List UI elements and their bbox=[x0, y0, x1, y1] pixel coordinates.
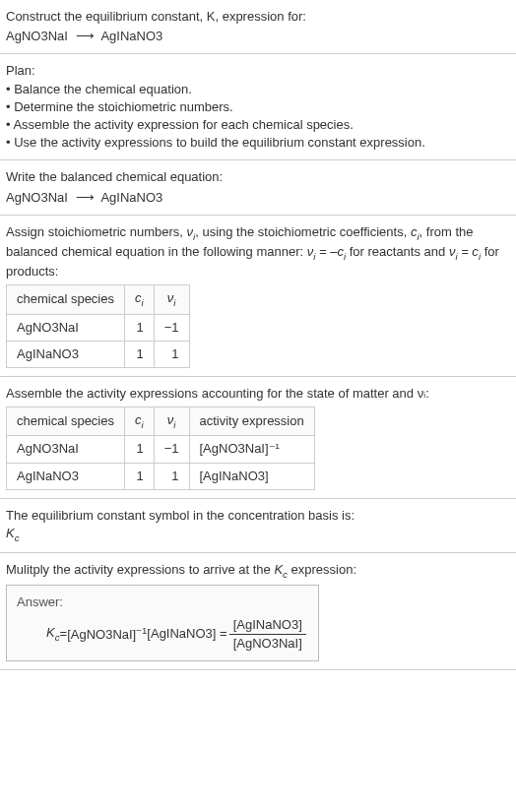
assemble-text-content: Assemble the activity expressions accoun… bbox=[6, 386, 429, 401]
multiply-text: Mulitply the activity expressions to arr… bbox=[6, 561, 510, 581]
balanced-lhs: AgNO3NaI bbox=[6, 190, 68, 205]
kc-inline: Kc bbox=[274, 562, 288, 577]
fraction: [AgINaNO3] [AgNO3NaI] bbox=[229, 616, 306, 653]
cell-nui: −1 bbox=[154, 314, 189, 341]
intro-equation: AgNO3NaI ⟶ AgINaNO3 bbox=[6, 28, 510, 45]
plan-item: • Determine the stoichiometric numbers. bbox=[6, 98, 510, 116]
table-header-row: chemical species ci νi activity expressi… bbox=[7, 407, 315, 436]
nu-symbol: νi bbox=[187, 224, 196, 239]
cell-species: AgINaNO3 bbox=[7, 341, 125, 367]
balanced-heading: Write the balanced chemical equation: bbox=[6, 168, 510, 186]
term2: [AgINaNO3] = bbox=[147, 625, 226, 643]
assign-section: Assign stoichiometric numbers, νi, using… bbox=[0, 216, 516, 377]
assign-text-b: , using the stoichiometric coefficients, bbox=[195, 224, 411, 239]
equals-sign: = bbox=[60, 625, 68, 643]
intro-text: Construct the equilibrium constant, K, e… bbox=[6, 8, 510, 26]
kc-k: K bbox=[6, 526, 15, 540]
cell-nui: −1 bbox=[154, 436, 189, 463]
assign-text-d: for reactants and bbox=[346, 244, 449, 259]
assign-text: Assign stoichiometric numbers, νi, using… bbox=[6, 223, 510, 281]
rel-reactants: νi = –ci bbox=[307, 244, 346, 259]
assign-table: chemical species ci νi AgNO3NaI 1 −1 AgI… bbox=[6, 284, 190, 368]
cell-ci: 1 bbox=[125, 314, 155, 341]
multiply-text-a: Mulitply the activity expressions to arr… bbox=[6, 562, 274, 577]
frac-num: [AgINaNO3] bbox=[229, 616, 306, 635]
kc-answer: Kc bbox=[46, 624, 60, 644]
cell-activity: [AgNO3NaI]⁻¹ bbox=[189, 436, 314, 463]
activity-value: [AgNO3NaI]⁻¹ bbox=[200, 441, 280, 456]
plan-item: • Balance the chemical equation. bbox=[6, 81, 510, 98]
cell-ci: 1 bbox=[125, 436, 155, 463]
kc-symbol: Kc bbox=[6, 525, 510, 544]
cell-activity: [AgINaNO3] bbox=[189, 463, 314, 489]
multiply-text-b: expression: bbox=[288, 562, 356, 577]
arrow-icon: ⟶ bbox=[76, 29, 95, 43]
col-nui: νi bbox=[154, 407, 189, 436]
table-row: AgNO3NaI 1 −1 bbox=[7, 314, 190, 341]
table-row: AgINaNO3 1 1 [AgINaNO3] bbox=[7, 463, 315, 489]
cell-ci: 1 bbox=[125, 463, 155, 489]
plan-heading: Plan: bbox=[6, 62, 510, 80]
cell-species: AgNO3NaI bbox=[7, 314, 125, 341]
answer-label: Answer: bbox=[17, 593, 308, 611]
col-species: chemical species bbox=[7, 285, 125, 314]
cell-nui: 1 bbox=[154, 341, 189, 367]
kc-k: K bbox=[274, 562, 283, 577]
c-symbol: ci bbox=[411, 224, 419, 239]
term1-exp: −1 bbox=[136, 625, 147, 636]
intro-rhs: AgINaNO3 bbox=[100, 29, 162, 43]
plan-section: Plan: • Balance the chemical equation. •… bbox=[0, 54, 516, 160]
kc-k: K bbox=[46, 625, 55, 640]
plan-item: • Use the activity expressions to build … bbox=[6, 134, 510, 152]
kc-sub: c bbox=[15, 532, 20, 543]
intro-lhs: AgNO3NaI bbox=[6, 29, 68, 43]
table-row: AgNO3NaI 1 −1 [AgNO3NaI]⁻¹ bbox=[7, 436, 315, 463]
answer-box: Answer: Kc = [AgNO3NaI]−1 [AgINaNO3] = [… bbox=[6, 585, 319, 661]
col-ci: ci bbox=[125, 407, 155, 436]
symbol-text: The equilibrium constant symbol in the c… bbox=[6, 507, 510, 525]
col-activity: activity expression bbox=[189, 407, 314, 436]
table-row: AgINaNO3 1 1 bbox=[7, 341, 190, 367]
assign-text-a: Assign stoichiometric numbers, bbox=[6, 224, 187, 239]
cell-species: AgINaNO3 bbox=[7, 463, 125, 489]
rel-products: νi = ci bbox=[449, 244, 481, 259]
cell-nui: 1 bbox=[154, 463, 189, 489]
plan-item: • Assemble the activity expression for e… bbox=[6, 116, 510, 134]
term1: [AgNO3NaI]−1 bbox=[67, 624, 147, 645]
balanced-rhs: AgINaNO3 bbox=[100, 190, 162, 205]
col-ci: ci bbox=[125, 285, 155, 314]
table-header-row: chemical species ci νi bbox=[7, 285, 190, 314]
term1-base: [AgNO3NaI] bbox=[67, 627, 136, 642]
intro-line1: Construct the equilibrium constant, K, e… bbox=[6, 9, 306, 24]
assemble-section: Assemble the activity expressions accoun… bbox=[0, 377, 516, 499]
intro-section: Construct the equilibrium constant, K, e… bbox=[0, 0, 516, 54]
balanced-section: Write the balanced chemical equation: Ag… bbox=[0, 160, 516, 215]
arrow-icon: ⟶ bbox=[76, 190, 95, 205]
assemble-text: Assemble the activity expressions accoun… bbox=[6, 385, 510, 403]
assemble-table: chemical species ci νi activity expressi… bbox=[6, 406, 315, 490]
col-species: chemical species bbox=[7, 407, 125, 436]
cell-species: AgNO3NaI bbox=[7, 436, 125, 463]
multiply-section: Mulitply the activity expressions to arr… bbox=[0, 553, 516, 670]
answer-expression: Kc = [AgNO3NaI]−1 [AgINaNO3] = [AgINaNO3… bbox=[17, 616, 308, 653]
symbol-section: The equilibrium constant symbol in the c… bbox=[0, 499, 516, 553]
col-nui: νi bbox=[154, 285, 189, 314]
balanced-equation: AgNO3NaI ⟶ AgINaNO3 bbox=[6, 189, 510, 207]
cell-ci: 1 bbox=[125, 341, 155, 367]
frac-den: [AgNO3NaI] bbox=[229, 635, 306, 653]
